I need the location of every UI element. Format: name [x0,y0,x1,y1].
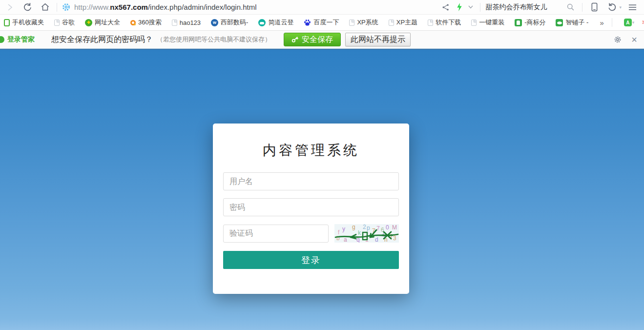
url-path: /index.php/admin/index/login.html [148,3,257,11]
password-input[interactable] [223,198,399,216]
screenshot-scissors-icon[interactable]: ✂▾ [642,18,644,27]
mobile-view-icon[interactable] [587,1,601,13]
chevron-down-icon[interactable] [466,1,475,13]
login-button[interactable]: 登录 [223,251,399,269]
password-save-bar: 登录管家 想安全保存此网页的密码吗？ （若您使用网吧等公共电脑不建议保存） 安全… [0,31,644,49]
username-input[interactable] [223,172,399,190]
translate-icon[interactable]: A▾ [624,19,636,26]
phone-icon [4,19,10,26]
trademark-icon [515,19,522,26]
divider [612,18,612,27]
close-icon[interactable]: × [631,35,637,44]
menu-icon[interactable] [625,1,639,13]
bookmark-label: hao123 [180,19,201,26]
bookmark-label: XP主题 [396,18,417,27]
search-box[interactable]: 甜茶约会乔布斯女儿 [485,3,563,12]
site-badge-icon[interactable] [62,3,70,11]
page-icon [471,20,477,26]
url-text: http://www.nx567.com/index.php/admin/ind… [74,3,257,11]
divider [57,3,57,12]
forward-icon[interactable] [3,1,17,13]
svg-text:k: k [358,229,361,236]
bookmark-label: 简道云登 [268,18,293,27]
search-hotword[interactable]: 甜茶约会乔布斯女儿 [485,3,547,11]
login-card: 内容管理系统 y g 2 p 7 6 0 M f [213,124,409,294]
bookmark-item[interactable]: 谷歌 [54,18,75,27]
nav-site-icon: ✚ [85,19,92,26]
bookmark-label: XP系统 [357,18,378,27]
bookmark-label: 手机收藏夹 [12,18,44,27]
captcha-image[interactable]: y g 2 p 7 6 0 M f k 7 0 d b a [334,224,399,243]
bookmark-item[interactable]: ✚网址大全 [85,18,120,27]
bookmark-label: 软件下载 [436,18,461,27]
svg-text:g: g [352,224,355,230]
svg-text:0: 0 [386,224,389,231]
svg-text:a: a [344,236,347,243]
url-prefix: http://www. [74,3,110,11]
bookmark-label: 360搜索 [138,18,162,27]
undo-caret-icon[interactable]: ▾ [619,5,622,10]
share-icon[interactable] [439,1,453,13]
page-icon [54,20,60,26]
save-password-label: 安全保存 [302,35,333,45]
captcha-row: y g 2 p 7 6 0 M f k 7 0 d b a [223,224,399,243]
bookmark-item[interactable]: XP系统 [349,18,378,27]
dismiss-site-button[interactable]: 此网站不再提示 [345,33,411,46]
bookmark-item[interactable]: 一键重装 [471,18,504,27]
bookmark-item[interactable]: XP主题 [389,18,417,27]
notification-actions: × [614,35,644,44]
bookmark-label: 西部数码- [221,18,248,27]
search-icon[interactable] [563,1,577,13]
page-icon [428,20,433,26]
captcha-input[interactable] [223,225,329,243]
bookmark-item[interactable]: -商标分 [515,18,545,27]
bookmark-item[interactable]: 手机收藏夹 [4,18,44,27]
login-page: 内容管理系统 y g 2 p 7 6 0 M f [0,49,644,330]
page-title: 内容管理系统 [223,124,399,160]
divider [480,3,480,12]
bookmark-label: 一键重装 [479,18,504,27]
page-icon [172,20,177,26]
lightning-icon[interactable] [453,1,466,13]
bookmark-item[interactable]: 软件下载 [428,18,461,27]
360-search-icon [130,20,136,25]
save-password-button[interactable]: 安全保存 [284,33,341,46]
bookmark-label: 网址大全 [95,18,120,27]
svg-text:y: y [342,226,345,232]
address-bar[interactable]: http://www.nx567.com/index.php/admin/ind… [62,1,439,14]
bookmark-label: 智铺子 - [565,18,588,27]
bookmark-item[interactable]: 百度一下 [304,18,339,27]
undo-icon[interactable] [605,1,619,13]
bookmarks-bar: 手机收藏夹 谷歌 ✚网址大全 360搜索 hao123 w西部数码- 简道云登 … [0,15,644,31]
bookmark-label: -商标分 [524,18,545,27]
shop-icon [556,19,563,26]
svg-text:M: M [392,224,397,231]
svg-text:3: 3 [393,235,396,242]
bookmark-item[interactable]: hao123 [172,19,201,26]
bookmark-item[interactable]: w西部数码- [211,18,248,27]
extension-toolbar: A▾ ✂▾ ▾ ¥▾ [607,18,644,27]
more-bookmarks-chevron[interactable]: » [600,19,603,27]
west-digital-icon: w [211,19,218,26]
svg-text:b: b [336,235,340,242]
gear-icon[interactable] [614,36,622,43]
refresh-icon[interactable] [21,1,34,13]
toolbar-right: 甜茶约会乔布斯女儿 ▾ [439,1,639,13]
save-password-question: 想安全保存此网页的密码吗？ [51,35,153,45]
svg-text:p: p [367,225,370,231]
svg-text:7: 7 [376,225,380,232]
home-icon[interactable] [38,1,52,13]
bookmark-item[interactable]: 智铺子 - [556,18,588,27]
svg-text:d: d [375,236,378,243]
bookmark-item[interactable]: 简道云登 [258,18,293,27]
svg-text:2: 2 [363,224,366,230]
key-icon [291,36,298,43]
bookmark-label: 谷歌 [62,18,75,27]
url-domain: nx567.com [110,3,148,11]
browser-toolbar: http://www.nx567.com/index.php/admin/ind… [0,0,644,15]
divider [582,3,582,12]
bookmark-label: 百度一下 [313,18,339,27]
bookmark-item[interactable]: 360搜索 [130,18,162,27]
page-icon [349,20,354,26]
baidu-paw-icon [304,19,311,26]
